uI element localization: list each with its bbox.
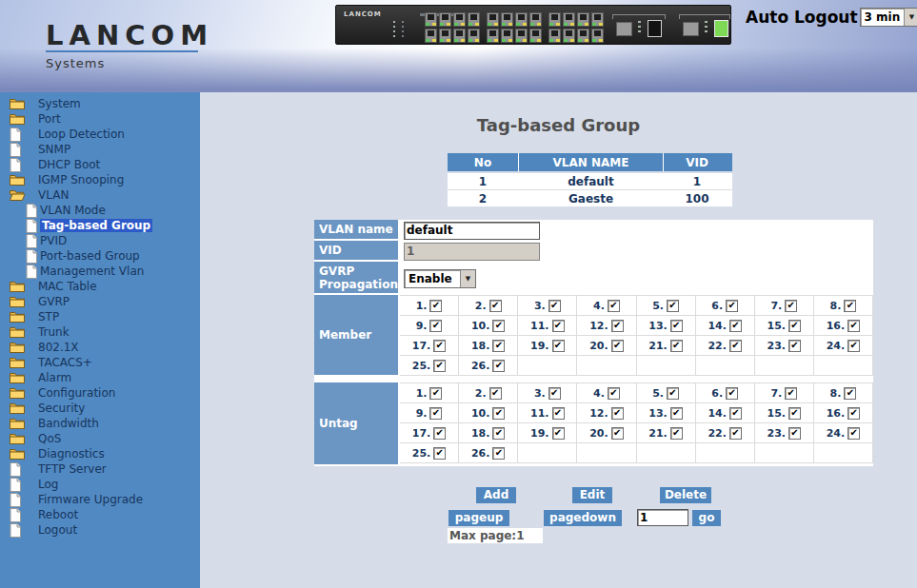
sidebar-item-igmp-snooping[interactable]: IGMP Snooping	[0, 172, 200, 187]
sidebar-item-snmp[interactable]: SNMP	[0, 142, 200, 157]
sidebar-item-tftp-server[interactable]: TFTP Server	[0, 461, 200, 477]
page-icon	[26, 265, 39, 279]
port-checkbox[interactable]: ✔	[785, 387, 797, 400]
port-checkbox[interactable]: ✔	[667, 300, 679, 312]
port-checkbox[interactable]: ✔	[433, 340, 446, 352]
auto-logout-select[interactable]: 3 min ▼	[860, 8, 917, 27]
port-checkbox[interactable]: ✔	[844, 387, 856, 400]
pageup-button[interactable]: pageup	[449, 510, 509, 526]
sidebar-item-802-1x[interactable]: 802.1X	[0, 340, 200, 355]
port-checkbox[interactable]: ✔	[492, 360, 505, 372]
sidebar-item-configuration[interactable]: Configuration	[0, 385, 200, 401]
port-checkbox[interactable]: ✔	[670, 320, 683, 332]
port-checkbox[interactable]: ✔	[552, 407, 565, 420]
port-checkbox[interactable]: ✔	[847, 407, 860, 420]
edit-button[interactable]: Edit	[572, 487, 612, 503]
port-checkbox[interactable]: ✔	[608, 387, 620, 400]
port-checkbox[interactable]: ✔	[670, 407, 683, 420]
port-checkbox[interactable]: ✔	[611, 427, 624, 440]
delete-button[interactable]: Delete	[660, 487, 711, 503]
port-checkbox[interactable]: ✔	[429, 300, 442, 312]
port-checkbox[interactable]: ✔	[729, 427, 742, 440]
port-checkbox[interactable]: ✔	[667, 387, 679, 400]
sidebar-item-system[interactable]: System	[0, 96, 200, 111]
sidebar-item-pvid[interactable]: PVID	[0, 233, 200, 248]
device-port	[548, 29, 561, 43]
port-checkbox[interactable]: ✔	[670, 340, 683, 352]
sidebar-item-port[interactable]: Port	[0, 111, 200, 127]
sidebar-item-dhcp-boot[interactable]: DHCP Boot	[0, 157, 200, 172]
sidebar-item-tag-based-group[interactable]: Tag-based Group	[0, 218, 200, 233]
sidebar-item-management-vlan[interactable]: Management Vlan	[0, 264, 200, 279]
port-checkbox[interactable]: ✔	[433, 447, 446, 460]
sidebar-item-vlan[interactable]: VLAN	[0, 187, 200, 203]
sidebar-item-log[interactable]: Log	[0, 477, 200, 492]
port-checkbox[interactable]: ✔	[788, 320, 801, 332]
sidebar-item-mac-table[interactable]: MAC Table	[0, 279, 200, 294]
sidebar-item-label: Bandwidth	[38, 417, 99, 430]
port-checkbox[interactable]: ✔	[788, 427, 801, 440]
port-checkbox[interactable]: ✔	[492, 320, 505, 332]
port-checkbox[interactable]: ✔	[489, 387, 502, 400]
port-checkbox[interactable]: ✔	[433, 427, 446, 440]
port-checkbox[interactable]: ✔	[433, 360, 446, 372]
sidebar-item-stp[interactable]: STP	[0, 309, 200, 324]
port-checkbox[interactable]: ✔	[429, 320, 442, 332]
sidebar-item-trunk[interactable]: Trunk	[0, 324, 200, 340]
sidebar-item-tacacs[interactable]: TACACS+	[0, 355, 200, 370]
pagedown-button[interactable]: pagedown	[544, 510, 622, 526]
table-row[interactable]: 2Gaeste100	[448, 189, 732, 206]
vlan-name-input[interactable]	[404, 222, 540, 240]
port-checkbox[interactable]: ✔	[552, 340, 565, 352]
sidebar-item-alarm[interactable]: Alarm	[0, 370, 200, 385]
port-checkbox[interactable]: ✔	[492, 427, 505, 440]
port-checkbox[interactable]: ✔	[429, 387, 442, 400]
port-checkbox[interactable]: ✔	[548, 387, 561, 400]
switch-device-image: LANCOM	[335, 5, 731, 45]
port-checkbox[interactable]: ✔	[847, 427, 860, 440]
port-checkbox[interactable]: ✔	[670, 427, 683, 440]
sidebar-item-loop-detection[interactable]: Loop Detection	[0, 127, 200, 142]
go-button[interactable]: go	[692, 510, 721, 526]
port-checkbox[interactable]: ✔	[847, 320, 860, 332]
port-checkbox[interactable]: ✔	[492, 407, 505, 420]
port-checkbox[interactable]: ✔	[729, 340, 742, 352]
port-checkbox[interactable]: ✔	[608, 300, 620, 312]
port-checkbox[interactable]: ✔	[552, 320, 565, 332]
sidebar-item-logout[interactable]: Logout	[0, 522, 200, 538]
port-checkbox[interactable]: ✔	[552, 427, 565, 440]
port-checkbox[interactable]: ✔	[611, 340, 624, 352]
port-checkbox[interactable]: ✔	[726, 300, 738, 312]
port-checkbox[interactable]: ✔	[788, 407, 801, 420]
port-checkbox[interactable]: ✔	[847, 340, 860, 352]
table-row[interactable]: 1default1	[448, 173, 732, 189]
sidebar-item-port-based-group[interactable]: Port-based Group	[0, 248, 200, 264]
sidebar-item-reboot[interactable]: Reboot	[0, 507, 200, 522]
port-checkbox[interactable]: ✔	[492, 447, 505, 460]
port-checkbox[interactable]: ✔	[726, 387, 738, 400]
sidebar-item-vlan-mode[interactable]: VLAN Mode	[0, 203, 200, 218]
port-checkbox[interactable]: ✔	[429, 407, 442, 420]
port-checkbox[interactable]: ✔	[548, 300, 561, 312]
page-number-input[interactable]	[637, 509, 688, 526]
sidebar-item-gvrp[interactable]: GVRP	[0, 294, 200, 309]
port-checkbox[interactable]: ✔	[611, 320, 624, 332]
port-checkbox[interactable]: ✔	[489, 300, 502, 312]
sidebar-item-diagnostics[interactable]: Diagnostics	[0, 446, 200, 461]
port-number: 16.	[827, 407, 846, 420]
add-button[interactable]: Add	[476, 487, 516, 503]
port-cell-empty	[696, 356, 755, 376]
sidebar-item-security[interactable]: Security	[0, 401, 200, 416]
port-checkbox[interactable]: ✔	[611, 407, 624, 420]
port-checkbox[interactable]: ✔	[788, 340, 801, 352]
port-checkbox[interactable]: ✔	[492, 340, 505, 352]
sidebar-item-label: IGMP Snooping	[38, 173, 124, 186]
sidebar-item-firmware-upgrade[interactable]: Firmware Upgrade	[0, 492, 200, 507]
sidebar-item-bandwidth[interactable]: Bandwidth	[0, 416, 200, 431]
port-checkbox[interactable]: ✔	[785, 300, 797, 312]
port-checkbox[interactable]: ✔	[844, 300, 856, 312]
gvrp-select[interactable]: Enable ▼	[404, 269, 476, 288]
port-checkbox[interactable]: ✔	[729, 407, 742, 420]
sidebar-item-qos[interactable]: QoS	[0, 431, 200, 446]
port-checkbox[interactable]: ✔	[729, 320, 742, 332]
